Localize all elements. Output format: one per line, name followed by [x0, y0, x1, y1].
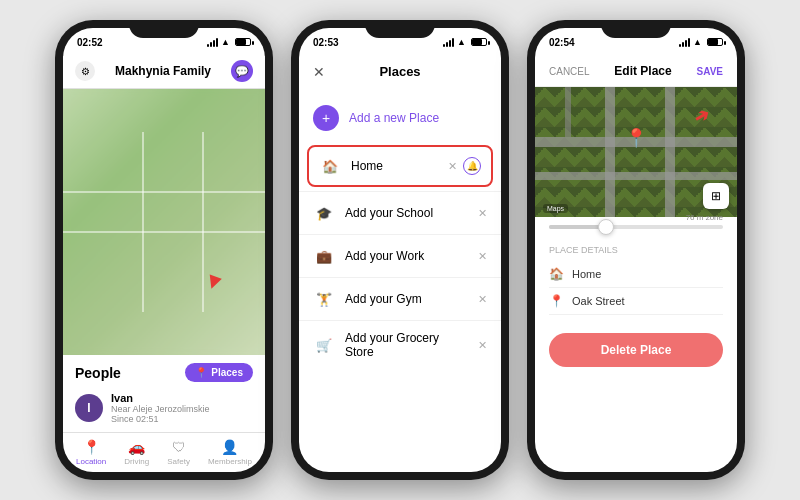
remove-school-icon[interactable]: ✕	[478, 207, 487, 220]
battery-icon-2	[471, 38, 487, 46]
edit-header: CANCEL Edit Place SAVE	[535, 56, 737, 87]
place-row-school[interactable]: 🎓 Add your School ✕	[299, 191, 501, 234]
signal-icon-1	[207, 38, 218, 47]
nav-location-label: Location	[76, 457, 106, 466]
time-2: 02:53	[313, 37, 339, 48]
zone-label: 76 m zone	[686, 213, 723, 222]
svg-rect-6	[605, 87, 615, 217]
screen-2: 02:53 ▲ ✕ Places + Add a new Place �	[299, 28, 501, 472]
status-icons-2: ▲	[443, 37, 487, 47]
notify-home-icon[interactable]: 🔔	[463, 157, 481, 175]
screen-3: 02:54 ▲ CANCEL Edit Place SAVE	[535, 28, 737, 472]
nav-safety-label: Safety	[167, 457, 190, 466]
delete-place-button[interactable]: Delete Place	[549, 333, 723, 367]
notch-1	[129, 20, 199, 38]
details-title: Place details	[549, 245, 723, 255]
zone-fill	[549, 225, 601, 229]
avatar-ivan: I	[75, 394, 103, 422]
person-name: Ivan	[111, 392, 253, 404]
signal-icon-2	[443, 38, 454, 47]
places-button[interactable]: 📍 Places	[185, 363, 253, 382]
app-header-1: ⚙ Makhynia Family 💬	[63, 56, 265, 89]
nav-safety[interactable]: 🛡 Safety	[167, 439, 190, 466]
places-list: + Add a new Place 🏠 Home ✕ 🔔 🎓 Add your …	[299, 87, 501, 472]
zone-track[interactable]: 76 m zone	[549, 225, 723, 229]
place-name-row: 🏠 Home	[549, 261, 723, 288]
place-row-grocery[interactable]: 🛒 Add your Grocery Store ✕	[299, 320, 501, 369]
svg-rect-5	[535, 172, 737, 180]
place-row-home[interactable]: 🏠 Home ✕ 🔔	[307, 145, 493, 187]
place-name-detail: Home	[572, 268, 601, 280]
place-row-gym[interactable]: 🏋 Add your Gym ✕	[299, 277, 501, 320]
svg-rect-7	[665, 87, 675, 217]
wifi-icon-2: ▲	[457, 37, 466, 47]
nav-membership[interactable]: 👤 Membership	[208, 439, 252, 466]
places-header: ✕ Places	[299, 56, 501, 87]
location-nav-icon: 📍	[83, 439, 100, 455]
place-row-work[interactable]: 💼 Add your Work ✕	[299, 234, 501, 277]
people-header: People 📍 Places	[75, 363, 253, 382]
save-button[interactable]: SAVE	[697, 66, 724, 77]
place-address-row: 📍 Oak Street	[549, 288, 723, 315]
remove-grocery-icon[interactable]: ✕	[478, 339, 487, 352]
battery-icon-1	[235, 38, 251, 46]
close-button[interactable]: ✕	[313, 64, 325, 80]
phone-3: 02:54 ▲ CANCEL Edit Place SAVE	[527, 20, 745, 480]
add-place-label: Add a new Place	[349, 111, 439, 125]
cancel-button[interactable]: CANCEL	[549, 66, 590, 77]
status-icons-3: ▲	[679, 37, 723, 47]
battery-icon-3	[707, 38, 723, 46]
location-pin: 📍	[625, 127, 647, 149]
driving-nav-icon: 🚗	[128, 439, 145, 455]
remove-work-icon[interactable]: ✕	[478, 250, 487, 263]
place-name-gym: Add your Gym	[345, 292, 468, 306]
place-name-work: Add your Work	[345, 249, 468, 263]
place-details: Place details 🏠 Home 📍 Oak Street	[535, 237, 737, 323]
nav-location[interactable]: 📍 Location	[76, 439, 106, 466]
svg-rect-8	[565, 87, 571, 137]
home-detail-icon: 🏠	[549, 267, 564, 281]
maps-credit: Maps	[543, 204, 568, 213]
work-icon: 💼	[313, 245, 335, 267]
status-icons-1: ▲	[207, 37, 251, 47]
places-btn-label: Places	[211, 367, 243, 378]
person-info-ivan: Ivan Near Aleje Jerozolimskie Since 02:5…	[111, 392, 253, 424]
place-address-detail: Oak Street	[572, 295, 625, 307]
aerial-map: 📍 ➔ Maps ⊞	[535, 87, 737, 217]
phone-1: 02:52 ▲ ⚙ Makhynia Family 💬	[55, 20, 273, 480]
settings-icon[interactable]: ⚙	[75, 61, 95, 81]
school-icon: 🎓	[313, 202, 335, 224]
membership-nav-icon: 👤	[221, 439, 238, 455]
add-place-icon: +	[313, 105, 339, 131]
phone-2: 02:53 ▲ ✕ Places + Add a new Place �	[291, 20, 509, 480]
safety-nav-icon: 🛡	[172, 439, 186, 455]
map-roads-svg	[63, 89, 265, 355]
notch-3	[601, 20, 671, 38]
remove-gym-icon[interactable]: ✕	[478, 293, 487, 306]
add-place-row[interactable]: + Add a new Place	[299, 95, 501, 141]
nav-membership-label: Membership	[208, 457, 252, 466]
family-name: Makhynia Family	[115, 64, 211, 78]
time-3: 02:54	[549, 37, 575, 48]
chat-icon[interactable]: 💬	[231, 60, 253, 82]
people-panel: People 📍 Places I Ivan Near Aleje Jerozo…	[63, 355, 265, 432]
wifi-icon-3: ▲	[693, 37, 702, 47]
signal-icon-3	[679, 38, 690, 47]
place-name-grocery: Add your Grocery Store	[345, 331, 468, 359]
nav-driving-label: Driving	[124, 457, 149, 466]
places-icon: 📍	[195, 367, 207, 378]
place-name-school: Add your School	[345, 206, 468, 220]
person-since: Since 02:51	[111, 414, 253, 424]
zone-thumb[interactable]	[598, 219, 614, 235]
screen-1: 02:52 ▲ ⚙ Makhynia Family 💬	[63, 28, 265, 472]
location-detail-icon: 📍	[549, 294, 564, 308]
gym-icon: 🏋	[313, 288, 335, 310]
layers-button[interactable]: ⊞	[703, 183, 729, 209]
people-title: People	[75, 365, 121, 381]
notch-2	[365, 20, 435, 38]
edit-place-title: Edit Place	[614, 64, 671, 78]
remove-home-icon[interactable]: ✕	[448, 160, 457, 173]
place-name-home: Home	[351, 159, 438, 173]
nav-driving[interactable]: 🚗 Driving	[124, 439, 149, 466]
time-1: 02:52	[77, 37, 103, 48]
